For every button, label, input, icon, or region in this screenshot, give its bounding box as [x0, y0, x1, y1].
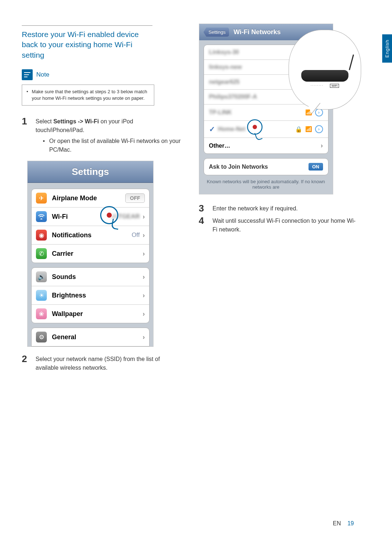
- settings-screenshot: Settings ✈ Airplane Mode OFF Wi-Fi NETGE…: [27, 161, 154, 347]
- step-number: 1: [22, 116, 29, 154]
- carrier-icon: ✆: [36, 248, 47, 259]
- step-number: 2: [22, 354, 29, 372]
- step-number: 3: [199, 204, 206, 213]
- step-number: 4: [199, 216, 206, 234]
- note-header: Note: [22, 69, 183, 80]
- airplane-icon: ✈: [36, 193, 47, 204]
- wifi-network-row-selected[interactable]: ✓ Home-Net 🔒📶›: [204, 121, 328, 138]
- section-title: Restore your Wi-Fi enabled device back t…: [22, 29, 152, 60]
- page-footer: EN19: [333, 520, 354, 527]
- airplane-toggle[interactable]: OFF: [125, 193, 145, 203]
- sounds-icon: 🔊: [36, 271, 47, 282]
- wallpaper-icon: ❀: [36, 308, 47, 319]
- settings-header: Settings: [28, 161, 153, 183]
- wifi-back-button[interactable]: Settings: [204, 28, 229, 37]
- chevron-icon: ›: [321, 142, 323, 149]
- known-networks-text: Known networks will be joined automatica…: [199, 179, 333, 194]
- lock-icon: 🔒: [295, 126, 302, 133]
- language-tab: English: [382, 34, 392, 63]
- note-label: Note: [36, 71, 49, 78]
- ask-join-toggle[interactable]: ON: [309, 163, 323, 171]
- heading-rule: [22, 25, 152, 26]
- row-general[interactable]: ⚙ General ›: [32, 328, 149, 346]
- detail-icon[interactable]: ›: [315, 125, 323, 133]
- ask-to-join-row[interactable]: Ask to Join Networks ON: [204, 158, 328, 175]
- wifi-other-row[interactable]: Other… ›: [204, 138, 328, 153]
- step-1: 1 Select Settings -> Wi-Fi on your iPod …: [22, 116, 183, 154]
- checkmark-icon: ✓: [209, 125, 215, 134]
- row-notifications[interactable]: ◉ Notifications Off ›: [32, 226, 149, 245]
- notifications-icon: ◉: [36, 230, 47, 241]
- step-3: 3 Enter the network key if required.: [199, 204, 360, 213]
- note-text: Make sure that the settings at steps 2 t…: [32, 89, 150, 102]
- chevron-icon: ›: [143, 310, 145, 318]
- wifi-icon: [36, 211, 47, 222]
- chevron-icon: ›: [143, 213, 145, 221]
- row-wallpaper[interactable]: ❀ Wallpaper ›: [32, 305, 149, 323]
- chevron-icon: ›: [143, 333, 145, 341]
- wifi-signal-icon: 📶: [305, 126, 312, 132]
- row-brightness[interactable]: ☀ Brightness ›: [32, 286, 149, 305]
- chevron-icon: ›: [143, 250, 145, 258]
- general-icon: ⚙: [36, 332, 47, 342]
- step-2: 2 Select your network name (SSID) from t…: [22, 354, 183, 372]
- chevron-icon: ›: [143, 273, 145, 281]
- step1-sub: Or open the list of available Wi-Fi netw…: [49, 137, 183, 154]
- chevron-icon: ›: [143, 231, 145, 239]
- row-airplane-mode[interactable]: ✈ Airplane Mode OFF: [32, 189, 149, 208]
- note-icon: [22, 69, 33, 80]
- step-4: 4 Wait until successful Wi-Fi connection…: [199, 216, 360, 234]
- wifi-title: Wi-Fi Networks: [233, 28, 281, 36]
- note-box: •Make sure that the settings at steps 2 …: [22, 85, 154, 106]
- chevron-icon: ›: [143, 292, 145, 299]
- brightness-icon: ☀: [36, 290, 47, 301]
- row-sounds[interactable]: 🔊 Sounds ›: [32, 268, 149, 286]
- wifi-networks-screenshot: Settings Wi-Fi Networks Linksys-30 links…: [199, 24, 333, 194]
- row-carrier[interactable]: ✆ Carrier ›: [32, 245, 149, 263]
- router-callout: · · · · · · · ·WiFi: [289, 30, 361, 110]
- row-wifi[interactable]: Wi-Fi NETGEAR ›: [32, 208, 149, 226]
